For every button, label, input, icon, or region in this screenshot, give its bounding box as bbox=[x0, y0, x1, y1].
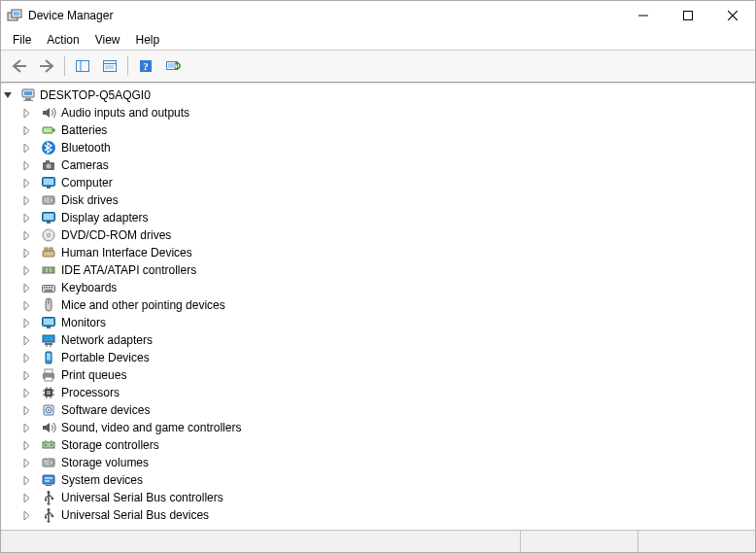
expander-icon[interactable] bbox=[22, 319, 38, 328]
tree-category[interactable]: DVD/CD-ROM drives bbox=[3, 226, 753, 244]
expander-icon[interactable] bbox=[22, 336, 38, 345]
toolbar-scan-hardware-button[interactable] bbox=[160, 54, 186, 78]
category-label: Network adapters bbox=[59, 333, 153, 347]
category-label: Computer bbox=[59, 176, 113, 190]
expander-icon[interactable] bbox=[3, 90, 18, 100]
expander-icon[interactable] bbox=[22, 266, 38, 275]
tree-category[interactable]: Universal Serial Bus controllers bbox=[3, 489, 753, 506]
toolbar-forward-button[interactable] bbox=[34, 54, 59, 78]
toolbar-back-button[interactable] bbox=[7, 54, 32, 78]
tree-category[interactable]: Network adapters bbox=[3, 331, 753, 349]
window-title: Device Manager bbox=[28, 9, 113, 22]
expander-icon[interactable] bbox=[22, 249, 38, 258]
statusbar bbox=[1, 530, 755, 552]
expander-icon[interactable] bbox=[22, 301, 38, 310]
tree-category[interactable]: Monitors bbox=[3, 314, 753, 331]
expander-icon[interactable] bbox=[22, 371, 38, 380]
tree-category[interactable]: Audio inputs and outputs bbox=[3, 104, 753, 121]
svg-point-79 bbox=[51, 444, 52, 446]
close-button[interactable] bbox=[710, 1, 755, 30]
expander-icon[interactable] bbox=[22, 424, 38, 432]
svg-rect-21 bbox=[43, 127, 52, 133]
tree-category[interactable]: Cameras bbox=[3, 156, 753, 174]
category-label: Human Interface Devices bbox=[59, 246, 192, 259]
speaker-icon bbox=[40, 105, 57, 121]
tree-category[interactable]: Human Interface Devices bbox=[3, 244, 753, 261]
menu-view[interactable]: View bbox=[87, 31, 128, 49]
maximize-button[interactable] bbox=[666, 1, 710, 30]
tree-category[interactable]: Batteries bbox=[3, 121, 753, 139]
expander-icon[interactable] bbox=[22, 144, 38, 153]
svg-rect-56 bbox=[45, 343, 52, 345]
svg-rect-22 bbox=[53, 129, 55, 132]
toolbar-properties-button[interactable] bbox=[97, 54, 122, 78]
expander-icon[interactable] bbox=[22, 231, 38, 240]
tree-category[interactable]: Software devices bbox=[3, 401, 753, 419]
portable-icon bbox=[40, 350, 57, 365]
app-icon bbox=[7, 8, 22, 23]
svg-point-90 bbox=[52, 498, 53, 500]
tree-category[interactable]: Universal Serial Bus devices bbox=[3, 506, 753, 524]
tree-category[interactable]: Bluetooth bbox=[3, 139, 753, 156]
expander-icon[interactable] bbox=[22, 459, 38, 467]
tree-category[interactable]: Print queues bbox=[3, 366, 753, 384]
svg-rect-84 bbox=[45, 477, 52, 479]
tree-category[interactable]: Computer bbox=[3, 174, 753, 191]
expander-icon[interactable] bbox=[22, 476, 38, 485]
svg-point-31 bbox=[50, 198, 53, 202]
svg-rect-46 bbox=[44, 287, 46, 289]
monitor-icon bbox=[40, 175, 57, 190]
toolbar: ? bbox=[1, 51, 755, 83]
tree-category[interactable]: Keyboards bbox=[3, 279, 753, 296]
expander-icon[interactable] bbox=[22, 494, 38, 502]
monitor-icon bbox=[40, 210, 57, 225]
tree-category[interactable]: Display adapters bbox=[3, 209, 753, 226]
tree-category[interactable]: Disk drives bbox=[3, 191, 753, 209]
menu-help[interactable]: Help bbox=[128, 31, 168, 49]
svg-rect-40 bbox=[50, 248, 52, 251]
category-label: Bluetooth bbox=[59, 141, 111, 155]
expander-icon[interactable] bbox=[22, 161, 38, 170]
minimize-button[interactable] bbox=[621, 1, 666, 30]
svg-rect-60 bbox=[47, 354, 51, 361]
svg-rect-18 bbox=[24, 91, 32, 95]
menu-file[interactable]: File bbox=[5, 31, 39, 49]
tree-category[interactable]: Storage volumes bbox=[3, 454, 753, 471]
expander-icon[interactable] bbox=[22, 406, 38, 415]
category-label: Disk drives bbox=[59, 193, 119, 207]
expander-icon[interactable] bbox=[22, 196, 38, 205]
expander-icon[interactable] bbox=[22, 354, 38, 363]
cpu-icon bbox=[40, 385, 57, 400]
tree-category[interactable]: Portable Devices bbox=[3, 349, 753, 366]
svg-rect-2 bbox=[14, 12, 19, 16]
toolbar-help-button[interactable]: ? bbox=[133, 54, 158, 78]
expander-icon[interactable] bbox=[22, 126, 38, 135]
disk-icon bbox=[40, 455, 57, 470]
network-icon bbox=[40, 332, 57, 348]
printer-icon bbox=[40, 367, 57, 383]
svg-rect-34 bbox=[44, 214, 53, 220]
tree-category[interactable]: Processors bbox=[3, 384, 753, 401]
expander-icon[interactable] bbox=[22, 284, 38, 293]
menu-action[interactable]: Action bbox=[39, 31, 86, 49]
tree-category[interactable]: Mice and other pointing devices bbox=[3, 296, 753, 314]
category-label: Display adapters bbox=[59, 211, 148, 225]
category-label: Print queues bbox=[59, 368, 126, 382]
tree-category[interactable]: System devices bbox=[3, 471, 753, 489]
toolbar-show-hide-tree-button[interactable] bbox=[70, 54, 95, 78]
tree-category[interactable]: Storage controllers bbox=[3, 436, 753, 454]
category-label: Software devices bbox=[59, 403, 150, 417]
expander-icon[interactable] bbox=[22, 511, 38, 520]
tree-root[interactable]: DESKTOP-Q5AQGI0 bbox=[3, 86, 753, 104]
tree-category[interactable]: IDE ATA/ATAPI controllers bbox=[3, 261, 753, 279]
expander-icon[interactable] bbox=[22, 109, 38, 118]
tree-category[interactable]: Sound, video and game controllers bbox=[3, 419, 753, 436]
category-label: Storage volumes bbox=[59, 456, 149, 469]
svg-rect-4 bbox=[684, 12, 693, 20]
expander-icon[interactable] bbox=[22, 214, 38, 223]
expander-icon[interactable] bbox=[22, 389, 38, 397]
expander-icon[interactable] bbox=[22, 441, 38, 450]
device-tree[interactable]: DESKTOP-Q5AQGI0 Audio inputs and outputs… bbox=[1, 83, 755, 530]
category-label: Universal Serial Bus devices bbox=[59, 508, 209, 522]
expander-icon[interactable] bbox=[22, 179, 38, 188]
